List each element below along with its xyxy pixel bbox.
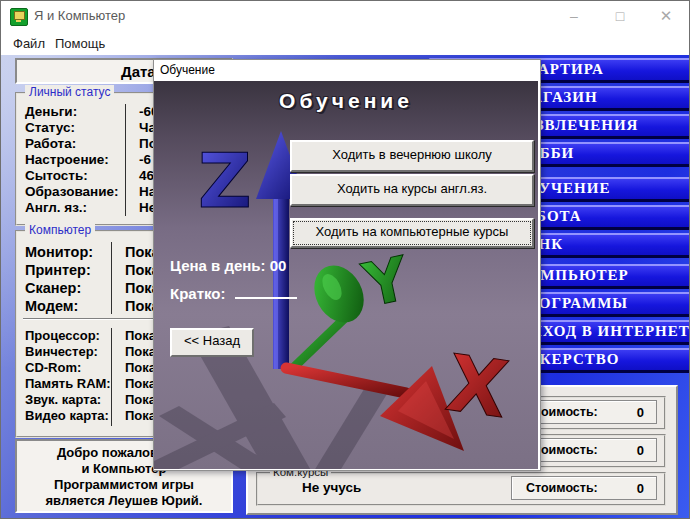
hw-row: Принтер:Пока: [25, 262, 91, 278]
menu-help[interactable]: Помощь: [49, 34, 111, 53]
dialog-title-bar[interactable]: Обучение: [154, 60, 540, 81]
hw-row: Винчестер:Пока: [25, 344, 98, 359]
cost-label: Стоимость:: [526, 481, 598, 495]
dialog-title: Обучение: [160, 63, 215, 77]
hw-row: Видео карта:Пока: [25, 408, 109, 423]
divider: [111, 328, 112, 426]
hw-row: Звук. карта:Пока: [25, 392, 101, 407]
window-title: Я и Компьютер: [34, 8, 125, 23]
education-dialog: Обучение: [153, 59, 541, 471]
date-label: Дата: [121, 63, 156, 80]
stat-row: Настроение:-6: [25, 152, 109, 167]
price-label: Цена в день:: [170, 257, 266, 274]
hw-row: Процессор:Пока: [25, 328, 100, 343]
hw-row: Память RAM:Пока: [25, 376, 111, 391]
dialog-heading: Обучение: [154, 89, 538, 113]
cost-box: Стоимость: 0: [511, 476, 657, 500]
hw-row: CD-Rom:Пока: [25, 360, 81, 375]
stat-row: Образование:Нач: [25, 184, 118, 199]
hw-row: Монитор:Пока: [25, 244, 93, 260]
cost-row-status: Не учусь: [302, 480, 361, 495]
english-courses-button[interactable]: Ходить на курсы англ.яз.: [290, 174, 534, 206]
divider: [111, 242, 112, 314]
stat-row: Работа:Пок: [25, 136, 76, 151]
minimize-button[interactable]: –: [551, 1, 597, 31]
dialog-content: Z Y X: [154, 81, 538, 469]
z-letter: Z: [198, 138, 252, 224]
menu-file[interactable]: Файл: [7, 34, 51, 53]
close-button[interactable]: ✕: [643, 1, 689, 31]
price-value: 00: [270, 257, 287, 274]
cost-value: 0: [637, 481, 644, 496]
x-letter: X: [441, 338, 513, 435]
stat-row: Англ. яз.:Нет: [25, 200, 87, 215]
y-axis-arrow: Y: [292, 243, 416, 369]
x-axis-arrow: X: [286, 338, 513, 451]
brief-label: Кратко:: [170, 285, 225, 302]
evening-school-button[interactable]: Ходить в вечернюю школу: [290, 140, 534, 172]
y-letter: Y: [356, 243, 416, 321]
hw-row: Модем:Пока: [25, 298, 78, 314]
app-window: Я и Компьютер – □ ✕ Файл Помощь Дата Лич…: [0, 0, 690, 519]
brief-line: [235, 297, 297, 299]
menu-bar: Файл Помощь: [1, 31, 689, 55]
cost-value: 0: [637, 405, 644, 420]
divider: [125, 104, 126, 216]
app-icon: [10, 8, 28, 26]
welcome-line: Программистом игры: [17, 477, 231, 493]
hw-row: Сканер:Пока: [25, 280, 81, 296]
computer-courses-button[interactable]: Ходить на компьютерные курсы: [290, 218, 534, 248]
stat-row: Статус:Час: [25, 120, 75, 135]
price-per-day: Цена в день: 00: [170, 257, 286, 274]
stat-row: Деньги:-60: [25, 104, 77, 119]
client-area: Дата Личный статус Деньги:-60 Статус:Час…: [1, 55, 689, 518]
stat-row: Сытость:46: [25, 168, 88, 183]
back-button[interactable]: << Назад: [170, 328, 254, 357]
welcome-line: является Леушев Юрий.: [17, 493, 231, 509]
personal-status-title: Личный статус: [25, 85, 114, 99]
computer-title: Компьютер: [25, 223, 95, 237]
cost-value: 0: [637, 443, 644, 458]
title-bar: Я и Компьютер – □ ✕: [1, 1, 689, 31]
cost-row: Ком.курсы Не учусь Стоимость: 0: [256, 472, 666, 506]
maximize-button[interactable]: □: [597, 1, 643, 31]
